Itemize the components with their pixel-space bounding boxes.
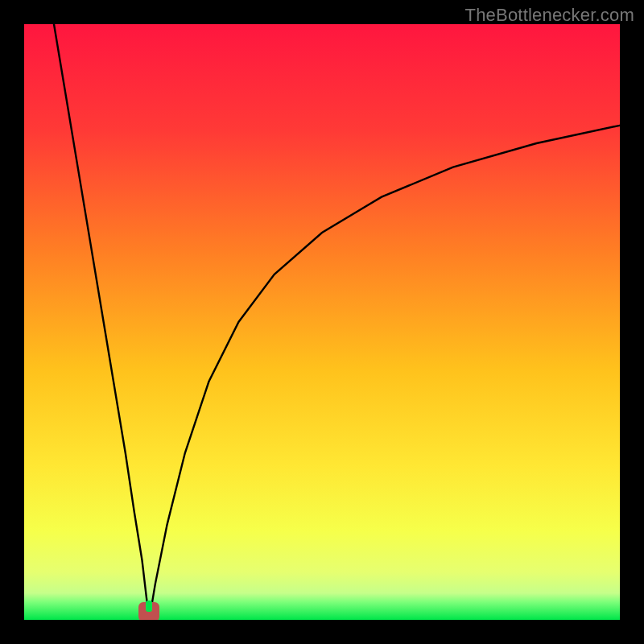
plot-area: [24, 24, 620, 620]
watermark-text: TheBottlenecker.com: [465, 5, 634, 26]
bottleneck-curve: [24, 24, 620, 620]
optimal-marker: [138, 602, 159, 620]
optimal-marker-notch: [146, 601, 152, 612]
outer-frame: TheBottlenecker.com: [0, 0, 644, 644]
